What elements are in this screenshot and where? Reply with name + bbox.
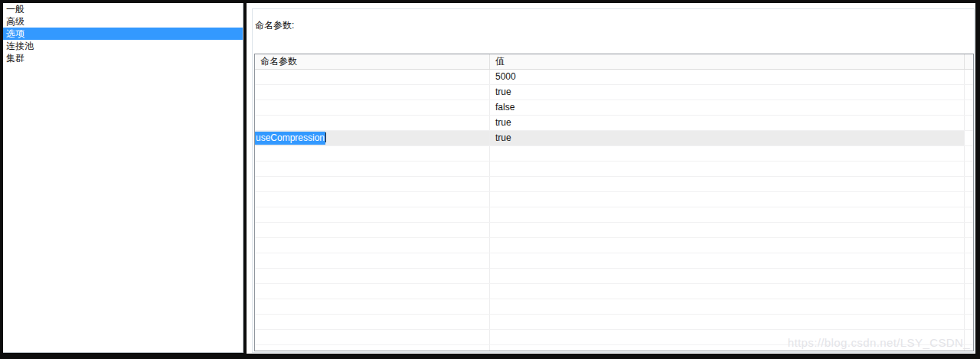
sidebar-item-3[interactable]: 连接池 — [3, 40, 243, 52]
param-name-cell — [255, 223, 490, 237]
param-name-cell — [255, 269, 490, 283]
param-value-cell — [490, 330, 965, 344]
param-value-cell — [490, 345, 965, 351]
table-row[interactable]: useCompressiontrue — [255, 131, 973, 146]
row-filler-cell — [965, 100, 973, 115]
param-value-cell[interactable]: true — [490, 131, 965, 145]
named-parameters-label: 命名参数: — [255, 19, 294, 32]
text-caret — [325, 132, 326, 142]
inline-edit-selected-text[interactable]: useCompression — [255, 132, 325, 145]
connection-settings-dialog: 一般高级选项连接池集群 命名参数: 命名参数 值 5000truefalsetr… — [0, 0, 980, 359]
table-empty-row — [255, 345, 973, 351]
param-name-cell — [255, 177, 490, 191]
param-value-cell — [490, 284, 965, 299]
param-value-cell — [490, 253, 965, 268]
column-header-name[interactable]: 命名参数 — [255, 54, 490, 69]
table-empty-row — [255, 207, 973, 223]
table-empty-row — [255, 162, 973, 177]
row-filler-cell — [965, 70, 973, 84]
param-name-cell — [255, 207, 490, 222]
param-name-cell — [255, 162, 490, 176]
table-empty-row — [255, 146, 973, 162]
table-empty-row — [255, 330, 973, 345]
param-name-cell — [255, 345, 490, 351]
param-name-cell[interactable] — [255, 116, 490, 130]
param-value-cell — [490, 315, 965, 329]
table-empty-row — [255, 253, 973, 269]
param-value-cell — [490, 192, 965, 207]
row-filler-cell — [965, 177, 973, 191]
row-filler-cell — [965, 207, 973, 222]
column-header-filler — [965, 54, 973, 69]
table-row[interactable]: false — [255, 100, 973, 116]
column-header-value[interactable]: 值 — [490, 54, 965, 69]
param-value-cell — [490, 207, 965, 222]
table-row[interactable]: 5000 — [255, 70, 973, 85]
row-filler-cell — [965, 299, 973, 314]
row-filler-cell — [965, 146, 973, 161]
param-name-cell — [255, 299, 490, 314]
param-name-cell — [255, 315, 490, 329]
table-empty-row — [255, 269, 973, 284]
table-empty-row — [255, 223, 973, 238]
param-value-cell — [490, 223, 965, 237]
named-parameters-table: 命名参数 值 5000truefalsetrueuseCompressiontr… — [254, 54, 974, 351]
param-value-cell — [490, 299, 965, 314]
row-filler-cell — [965, 238, 973, 253]
table-empty-row — [255, 177, 973, 192]
param-name-cell — [255, 284, 490, 299]
param-value-cell — [490, 269, 965, 283]
table-row[interactable]: true — [255, 116, 973, 131]
table-empty-row — [255, 238, 973, 253]
table-body: 5000truefalsetrueuseCompressiontrue — [255, 70, 973, 351]
param-value-cell — [490, 238, 965, 253]
row-filler-cell — [965, 192, 973, 207]
row-filler-cell — [965, 116, 973, 130]
row-filler-cell — [965, 85, 973, 100]
param-value-cell — [490, 162, 965, 176]
options-panel: 命名参数: 命名参数 值 5000truefalsetrueuseCompres… — [247, 3, 975, 354]
row-filler-cell — [965, 330, 973, 344]
param-value-cell — [490, 146, 965, 161]
param-name-cell[interactable] — [255, 100, 490, 115]
row-filler-cell — [965, 284, 973, 299]
param-name-cell[interactable] — [255, 85, 490, 100]
table-row[interactable]: true — [255, 85, 973, 100]
param-name-cell — [255, 192, 490, 207]
row-filler-cell — [965, 253, 973, 268]
param-name-cell — [255, 253, 490, 268]
row-filler-cell — [965, 223, 973, 237]
param-name-cell — [255, 238, 490, 253]
param-name-cell — [255, 330, 490, 344]
sidebar-item-1[interactable]: 高级 — [3, 15, 243, 28]
param-value-cell — [490, 177, 965, 191]
row-filler-cell — [965, 345, 973, 351]
table-empty-row — [255, 299, 973, 315]
row-filler-cell — [965, 131, 973, 145]
settings-category-list: 一般高级选项连接池集群 — [3, 3, 243, 353]
row-filler-cell — [965, 162, 973, 176]
sidebar-item-0[interactable]: 一般 — [3, 3, 243, 15]
table-empty-row — [255, 192, 973, 207]
table-empty-row — [255, 315, 973, 330]
table-empty-row — [255, 284, 973, 299]
row-filler-cell — [965, 269, 973, 283]
table-header-row: 命名参数 值 — [255, 54, 973, 70]
row-filler-cell — [965, 315, 973, 329]
param-name-cell[interactable] — [255, 70, 490, 84]
sidebar-item-4[interactable]: 集群 — [3, 52, 243, 64]
param-name-cell — [255, 146, 490, 161]
param-value-cell[interactable]: true — [490, 116, 965, 130]
param-value-cell[interactable]: false — [490, 100, 965, 115]
sidebar-item-2[interactable]: 选项 — [3, 28, 243, 40]
param-value-cell[interactable]: 5000 — [490, 70, 965, 84]
param-value-cell[interactable]: true — [490, 85, 965, 100]
param-name-cell[interactable]: useCompression — [255, 131, 490, 145]
